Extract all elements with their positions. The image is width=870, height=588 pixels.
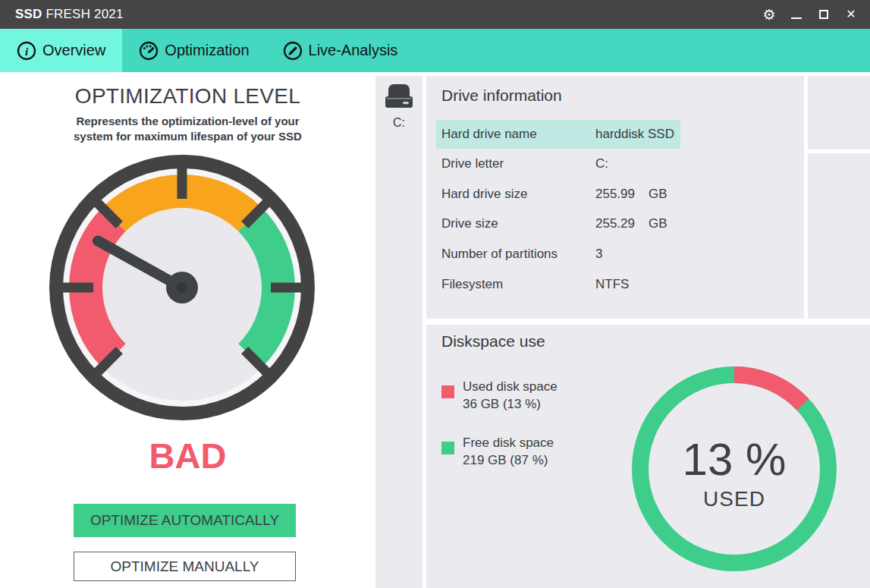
optimize-manually-button[interactable]: OPTIMIZE MANUALLY: [74, 552, 296, 581]
used-space-legend-swatch: [441, 385, 454, 398]
app-title: SSD FRESH 2021: [15, 7, 124, 22]
optimization-level-heading: OPTIMIZATION LEVEL: [0, 84, 375, 108]
maximize-button[interactable]: [814, 0, 834, 29]
table-row[interactable]: Hard drive size 255.99 GB: [426, 180, 804, 209]
tab-optimization[interactable]: Optimization: [122, 29, 265, 72]
app-title-rest: FRESH 2021: [46, 7, 124, 21]
table-row[interactable]: Number of partitions 3: [426, 240, 804, 269]
drive-info-extra-column: [808, 76, 870, 149]
tab-overview[interactable]: i Overview: [0, 29, 122, 72]
pencil-icon: [283, 41, 303, 61]
drive-selector-strip: C:: [375, 76, 422, 588]
close-button[interactable]: ✕: [841, 0, 861, 29]
optimization-status-label: BAD: [0, 435, 375, 476]
drive-info-extra-column: [808, 153, 870, 319]
info-icon: i: [17, 41, 36, 61]
maximize-icon: [819, 10, 828, 19]
drive-information-heading: Drive information: [441, 86, 562, 105]
donut-center-label: 13 % USED: [628, 363, 840, 575]
minimize-icon: [791, 17, 802, 19]
tab-overview-label: Overview: [42, 42, 105, 59]
app-title-bold: SSD: [15, 7, 42, 21]
table-row[interactable]: Hard drive name harddisk SSD: [426, 120, 804, 149]
free-space-legend-swatch: [441, 442, 454, 454]
titlebar: SSD FRESH 2021 ⚙ ✕: [0, 0, 870, 29]
used-percent-value: 13 %: [683, 433, 787, 486]
table-row[interactable]: Filesystem NTFS: [426, 270, 804, 299]
optimize-automatically-button[interactable]: OPTIMIZE AUTOMATICALLY: [74, 504, 296, 537]
window-controls: ⚙ ✕: [759, 0, 861, 29]
tab-bar: i Overview Optimization Live-Analysis: [0, 29, 870, 72]
diskspace-heading: Diskspace use: [441, 332, 545, 351]
free-space-legend: Free disk space 219 GB (87 %): [463, 434, 554, 469]
optimization-panel: OPTIMIZATION LEVEL Represents the optimi…: [0, 72, 375, 588]
diskspace-panel: Diskspace use Used disk space 36 GB (13 …: [426, 325, 870, 588]
close-icon: ✕: [846, 8, 856, 20]
tab-live-analysis[interactable]: Live-Analysis: [266, 29, 415, 72]
optimization-gauge: [49, 155, 315, 420]
table-row[interactable]: Drive size 255.29 GB: [426, 209, 804, 238]
table-row[interactable]: Drive letter C:: [426, 149, 804, 178]
speedometer-icon: [139, 41, 159, 61]
used-space-legend: Used disk space 36 GB (13 %): [463, 378, 557, 413]
used-percent-caption: USED: [703, 487, 765, 511]
optimization-level-subtitle: Represents the optimization-level of you…: [0, 114, 375, 144]
settings-gear-icon[interactable]: ⚙: [759, 0, 779, 29]
drive-letter-label: C:: [375, 116, 422, 130]
tab-live-analysis-label: Live-Analysis: [309, 42, 398, 59]
svg-text:i: i: [25, 45, 29, 57]
minimize-button[interactable]: [787, 0, 806, 29]
drive-item-c[interactable]: C:: [375, 76, 422, 130]
drive-information-panel: Drive information Hard drive name harddi…: [426, 76, 804, 319]
hard-drive-icon: [385, 83, 413, 111]
tab-optimization-label: Optimization: [165, 42, 249, 59]
